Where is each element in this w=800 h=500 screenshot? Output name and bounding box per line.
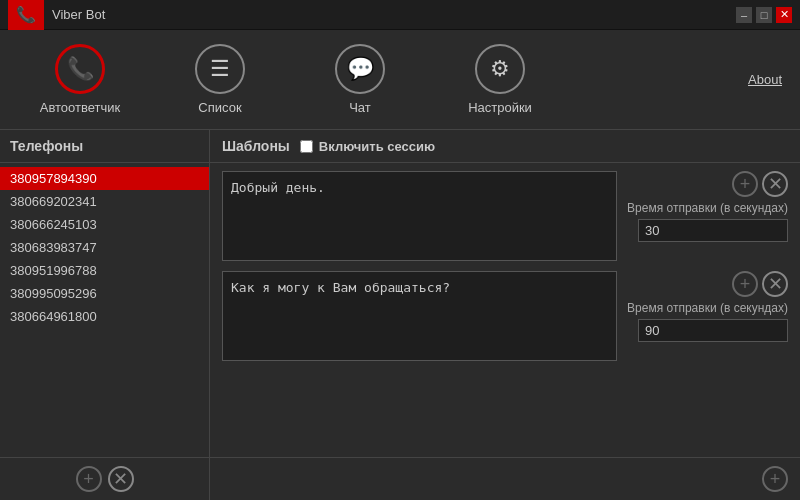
nav-item-settings[interactable]: ⚙ Настройки	[430, 35, 570, 125]
session-checkbox-label[interactable]: Включить сессию	[300, 139, 435, 154]
title-bar-left: 📞 Viber Bot	[8, 0, 105, 30]
template-remove-button-1[interactable]: ✕	[762, 171, 788, 197]
right-panel-footer: +	[210, 457, 800, 500]
templates-title: Шаблоны	[222, 138, 290, 154]
phone-list: 3809578943903806692023413806662451033806…	[0, 163, 209, 457]
nav-bar: 📞 Автоответчик ☰ Список 💬 Чат ⚙ Настройк…	[0, 30, 800, 130]
phone-item[interactable]: 380995095296	[0, 282, 209, 305]
template-controls-1: +✕Время отправки (в секундах)	[627, 171, 788, 242]
template-icon-buttons-2: +✕	[732, 271, 788, 297]
nav-item-list[interactable]: ☰ Список	[150, 35, 290, 125]
phone-item[interactable]: 380666245103	[0, 213, 209, 236]
close-button[interactable]: ✕	[776, 7, 792, 23]
title-bar-controls: – □ ✕	[736, 7, 792, 23]
right-panel: Шаблоны Включить сессию +✕Время отправки…	[210, 130, 800, 500]
phone-item[interactable]: 380951996788	[0, 259, 209, 282]
title-bar: 📞 Viber Bot – □ ✕	[0, 0, 800, 30]
template-row: +✕Время отправки (в секундах)	[222, 171, 788, 261]
template-text-2[interactable]	[222, 271, 617, 361]
add-phone-button[interactable]: +	[76, 466, 102, 492]
right-panel-header: Шаблоны Включить сессию	[210, 130, 800, 163]
template-icon-buttons-1: +✕	[732, 171, 788, 197]
phones-title: Телефоны	[0, 130, 209, 163]
settings-icon: ⚙	[475, 44, 525, 94]
nav-label-chat: Чат	[349, 100, 371, 115]
maximize-button[interactable]: □	[756, 7, 772, 23]
app-title: Viber Bot	[52, 7, 105, 22]
template-add-button-1[interactable]: +	[732, 171, 758, 197]
nav-label-autoresponder: Автоответчик	[40, 100, 120, 115]
phone-item[interactable]: 380683983747	[0, 236, 209, 259]
nav-label-settings: Настройки	[468, 100, 532, 115]
phone-item[interactable]: 380664961800	[0, 305, 209, 328]
templates-area: +✕Время отправки (в секундах)+✕Время отп…	[210, 163, 800, 457]
template-remove-button-2[interactable]: ✕	[762, 271, 788, 297]
main-content: Телефоны 3809578943903806692023413806662…	[0, 130, 800, 500]
nav-item-autoresponder[interactable]: 📞 Автоответчик	[10, 35, 150, 125]
left-panel: Телефоны 3809578943903806692023413806662…	[0, 130, 210, 500]
chat-icon: 💬	[335, 44, 385, 94]
time-label-1: Время отправки (в секундах)	[627, 201, 788, 215]
remove-phone-button[interactable]: ✕	[108, 466, 134, 492]
time-label-2: Время отправки (в секундах)	[627, 301, 788, 315]
session-label: Включить сессию	[319, 139, 435, 154]
template-text-1[interactable]	[222, 171, 617, 261]
about-link[interactable]: About	[740, 68, 790, 91]
phone-item[interactable]: 380957894390	[0, 167, 209, 190]
time-input-2[interactable]	[638, 319, 788, 342]
session-checkbox-input[interactable]	[300, 140, 313, 153]
nav-label-list: Список	[198, 100, 241, 115]
minimize-button[interactable]: –	[736, 7, 752, 23]
left-panel-footer: + ✕	[0, 457, 209, 500]
add-template-button[interactable]: +	[762, 466, 788, 492]
list-icon: ☰	[195, 44, 245, 94]
title-phone-icon: 📞	[8, 0, 44, 30]
time-input-1[interactable]	[638, 219, 788, 242]
template-row: +✕Время отправки (в секундах)	[222, 271, 788, 361]
template-add-button-2[interactable]: +	[732, 271, 758, 297]
phone-item[interactable]: 380669202341	[0, 190, 209, 213]
nav-item-chat[interactable]: 💬 Чат	[290, 35, 430, 125]
autoresponder-icon: 📞	[55, 44, 105, 94]
template-controls-2: +✕Время отправки (в секундах)	[627, 271, 788, 342]
